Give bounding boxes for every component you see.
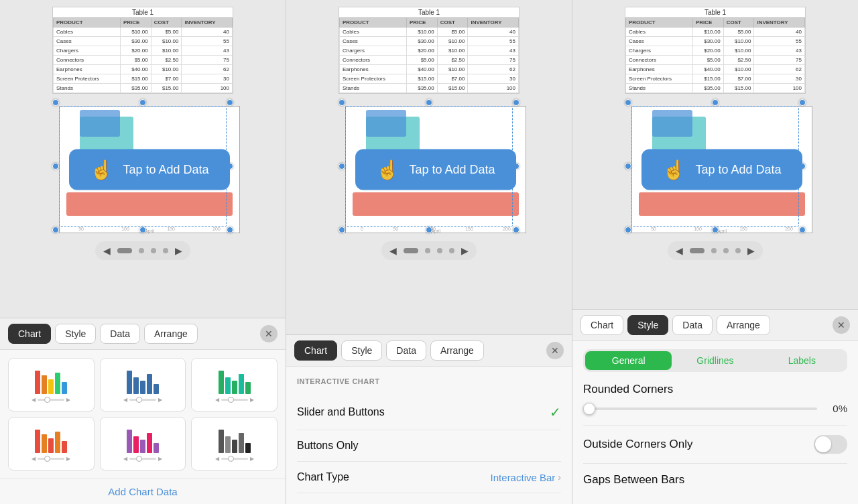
table-cell: $10.00 [120,27,151,37]
tab-chart-3[interactable]: Chart [580,315,623,335]
handle-tr-1[interactable] [227,99,233,106]
tab-data-1[interactable]: Data [100,324,140,344]
close-btn-1[interactable]: ✕ [260,325,278,342]
data-table-3: PRODUCT PRICE COST INVENTORY Cables$10.0… [625,17,805,93]
handle-bm-1[interactable] [139,227,146,233]
table-cell: $10.00 [723,65,754,74]
panel-1-bottom: Chart Style Data Arrange ✕ [0,318,286,504]
table-cell: 30 [468,74,519,84]
pag-dot-3-1[interactable] [151,248,156,253]
outside-corners-toggle[interactable] [814,435,847,454]
pag-dot-active-2[interactable] [404,248,418,253]
pag-dot-3-3[interactable] [723,248,729,253]
pag-dot-active-3[interactable] [690,248,704,253]
chart-type-purple[interactable]: ◀ ▶ [100,417,186,470]
tap-label-3: Tap to Add Data [695,163,781,177]
tab-style-2[interactable]: Style [341,340,382,361]
tab-style-3[interactable]: Style [627,315,668,335]
chevron-chart-type: › [558,472,561,483]
table-cell: $20.00 [120,46,151,56]
handle-ml-1[interactable] [52,163,59,170]
handle-tm-1[interactable] [139,99,146,106]
tap-overlay-1[interactable]: ☝ Tap to Add Data [69,149,230,190]
chart-preview-3[interactable]: ☝ Tap to Add Data 50100150200 April [625,99,806,233]
handle-br-3[interactable] [799,227,806,233]
close-btn-3[interactable]: ✕ [833,316,850,334]
pag-dot-2-3[interactable] [711,248,717,253]
chart-type-red[interactable]: ◀ ▶ [8,417,95,470]
table-cell: $40.00 [120,65,151,74]
tab-style-1[interactable]: Style [55,324,96,344]
table-cell: 43 [182,46,233,56]
pag-prev-3[interactable]: ◀ [676,245,683,256]
pag-dot-4-3[interactable] [735,248,741,253]
style-tab-general[interactable]: General [585,351,672,370]
col-inventory: INVENTORY [182,18,233,27]
handle-tl-2[interactable] [339,99,345,106]
rounded-corners-thumb[interactable] [583,403,595,415]
pag-dot-4-1[interactable] [163,248,168,253]
handle-tr-3[interactable] [799,99,806,106]
table-cell: 30 [754,74,805,84]
pag-prev-1[interactable]: ◀ [103,245,111,256]
pag-dot-3-2[interactable] [437,248,442,253]
chart-type-blue[interactable]: ◀ ▶ [100,358,186,412]
chart-preview-2[interactable]: ☝ Tap to Add Data 050100150200 April [339,99,519,233]
close-btn-2[interactable]: ✕ [546,342,564,359]
tab-arrange-2[interactable]: Arrange [430,340,484,361]
tab-arrange-3[interactable]: Arrange [717,315,770,335]
option-chart-type[interactable]: Chart Type Interactive Bar › [297,462,561,493]
handle-ml-2[interactable] [339,163,345,170]
pag-dot-4-2[interactable] [449,248,454,253]
chart-preview-1[interactable]: ☝ Tap to Add Data 50100150200 April [52,99,233,233]
table-row: Earphones$40.00$10.0062 [54,65,233,74]
handle-br-2[interactable] [513,227,519,233]
handle-bm-2[interactable] [426,227,432,233]
handle-bl-2[interactable] [339,227,345,233]
panel-1: Table 1 PRODUCT PRICE COST INVENTORY Cab… [0,0,286,504]
rounded-corners-track[interactable] [583,407,817,410]
pag-dot-active-1[interactable] [117,248,132,253]
handle-tm-2[interactable] [426,99,432,106]
option-slider-buttons[interactable]: Slider and Buttons ✓ [297,395,561,430]
table-cell: $5.00 [406,56,437,65]
handle-bm-3[interactable] [712,227,719,233]
chart-type-gray[interactable]: ◀ ▶ [191,417,278,470]
tap-overlay-3[interactable]: ☝ Tap to Add Data [641,149,802,190]
add-chart-data-btn[interactable]: Add Chart Data [0,479,286,504]
tab-chart-2[interactable]: Chart [294,340,337,361]
style-tab-gridlines[interactable]: Gridlines [672,351,758,370]
handle-tl-1[interactable] [52,99,59,106]
toggle-knob-outside [815,436,831,452]
pag-dot-2-2[interactable] [425,248,430,253]
handle-ml-3[interactable] [625,163,631,170]
handle-bl-1[interactable] [52,227,59,233]
chart-type-green[interactable]: ◀ ▶ [191,358,278,412]
table-cell: $30.00 [120,37,151,46]
rounded-corners-slider-row: 0% [583,403,847,414]
pag-next-2[interactable]: ▶ [461,245,469,256]
pag-next-3[interactable]: ▶ [747,245,755,256]
handle-tr-2[interactable] [513,99,519,106]
option-buttons-only[interactable]: Buttons Only [297,430,561,462]
table-cell: Earphones [54,65,121,74]
table-cell: 100 [182,84,233,93]
tab-bar-1: Chart Style Data Arrange ✕ [0,318,286,350]
tab-chart-1[interactable]: Chart [8,324,51,344]
table-row: Stands$35.00$15.00100 [626,84,805,93]
handle-tm-3[interactable] [712,99,719,106]
tab-arrange-1[interactable]: Arrange [144,324,198,344]
tab-data-2[interactable]: Data [386,340,426,361]
pag-next-1[interactable]: ▶ [175,245,182,256]
tab-data-3[interactable]: Data [672,315,713,335]
table-cell: Chargers [54,46,121,56]
pag-dot-2-1[interactable] [139,248,144,253]
pag-prev-2[interactable]: ◀ [389,245,397,256]
handle-bl-3[interactable] [625,227,631,233]
handle-tl-3[interactable] [625,99,631,106]
tap-overlay-2[interactable]: ☝ Tap to Add Data [355,149,516,190]
handle-br-1[interactable] [227,227,233,233]
style-tab-labels[interactable]: Labels [759,351,845,370]
chart-type-color[interactable]: ◀ ▶ [8,358,95,412]
table-cell: Earphones [626,65,693,74]
